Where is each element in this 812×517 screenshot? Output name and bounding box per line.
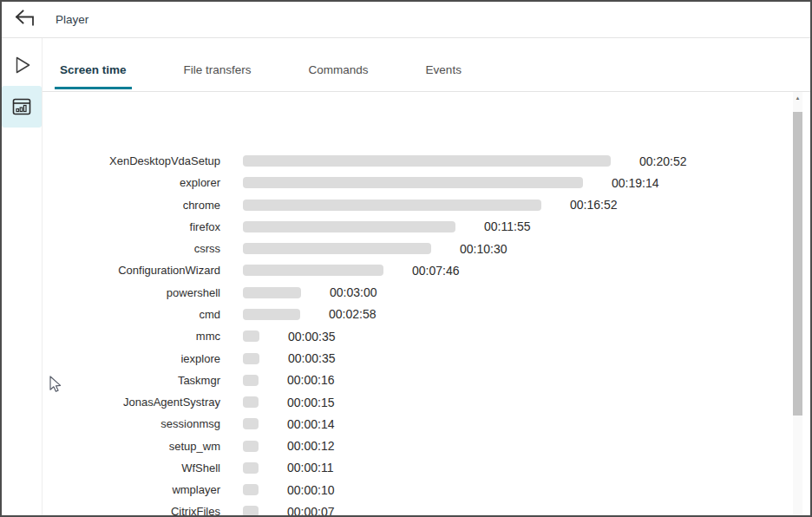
app-name-label: XenDesktopVdaSetup — [43, 154, 220, 167]
vertical-scrollbar[interactable]: ▲ — [793, 92, 802, 515]
screen-time-bar — [243, 243, 431, 254]
screen-time-bar — [243, 462, 259, 474]
duration-label: 00:02:58 — [329, 307, 377, 321]
duration-label: 00:00:07 — [287, 505, 335, 515]
app-name-label: ConfigurationWizard — [43, 264, 220, 277]
app-name-label: sessionmsg — [43, 417, 220, 430]
duration-label: 00:00:15 — [287, 396, 335, 409]
screen-time-row: sessionmsg00:00:14 — [43, 413, 810, 435]
screen-time-row: cmd00:02:58 — [43, 304, 810, 325]
tab-events[interactable]: Events — [421, 62, 467, 91]
scroll-up-icon[interactable]: ▲ — [793, 92, 802, 104]
app-name-label: CitrixFiles — [43, 505, 220, 515]
screen-time-row: wmplayer00:00:10 — [43, 479, 810, 501]
duration-label: 00:00:11 — [287, 461, 333, 474]
duration-label: 00:00:12 — [287, 439, 335, 453]
duration-label: 00:11:55 — [484, 219, 530, 233]
screen-time-row: iexplore00:00:35 — [43, 347, 810, 369]
screen-time-row: firefox00:11:55 — [43, 216, 810, 238]
app-name-label: wmplayer — [43, 483, 220, 496]
app-name-label: cmd — [43, 308, 220, 321]
screen-time-bar — [243, 506, 259, 515]
tab-commands[interactable]: Commands — [304, 62, 374, 91]
top-bar: Player — [2, 2, 810, 38]
duration-label: 00:03:00 — [330, 285, 377, 299]
page-title: Player — [56, 13, 88, 26]
play-icon — [10, 54, 33, 76]
screen-time-row: mmc00:00:35 — [43, 325, 810, 347]
app-name-label: powershell — [43, 286, 220, 299]
screen-time-row: WfShell00:00:11 — [43, 457, 810, 479]
sidebar-item-statistics[interactable] — [2, 86, 42, 128]
scrollbar-thumb[interactable] — [793, 112, 802, 416]
tab-screen-time[interactable]: Screen time — [55, 62, 132, 91]
duration-label: 00:00:35 — [288, 330, 336, 344]
tab-bar: Screen time File transfers Commands Even… — [43, 38, 810, 92]
app-name-label: iexplore — [43, 352, 220, 365]
screen-time-row: csrss00:10:30 — [43, 238, 810, 259]
app-name-label: Taskmgr — [43, 374, 220, 387]
duration-label: 00:20:52 — [639, 154, 687, 168]
app-name-label: WfShell — [43, 461, 220, 474]
duration-label: 00:00:14 — [287, 417, 335, 431]
screen-time-row: ConfigurationWizard00:07:46 — [43, 259, 810, 281]
back-button[interactable] — [10, 6, 40, 34]
main-content: Screen time File transfers Commands Even… — [43, 38, 810, 516]
screen-time-row: Taskmgr00:00:16 — [43, 370, 810, 391]
back-arrow-icon — [14, 10, 36, 30]
app-name-label: explorer — [43, 176, 220, 189]
screen-time-bar — [243, 396, 259, 408]
screen-time-bar — [243, 221, 455, 232]
app-name-label: JonasAgentSystray — [43, 396, 220, 409]
screen-time-row: chrome00:16:52 — [43, 194, 810, 216]
app-name-label: mmc — [43, 330, 220, 343]
screen-time-bar — [243, 418, 259, 429]
screen-time-bar — [243, 200, 541, 211]
app-name-label: chrome — [43, 199, 220, 212]
screen-time-chart: XenDesktopVdaSetup00:20:52explorer00:19:… — [43, 92, 810, 515]
screen-time-bar — [243, 330, 259, 342]
screen-time-bar — [243, 484, 259, 495]
sidebar — [2, 38, 43, 516]
duration-label: 00:19:14 — [612, 176, 659, 190]
app-name-label: setup_wm — [43, 440, 220, 453]
screen-time-bar — [243, 309, 300, 320]
duration-label: 00:00:16 — [287, 373, 335, 387]
app-name-label: csrss — [43, 242, 220, 255]
app-name-label: firefox — [43, 220, 220, 233]
screen-time-bar — [243, 353, 259, 364]
duration-label: 00:16:52 — [570, 198, 618, 212]
sidebar-item-player[interactable] — [2, 44, 42, 86]
duration-label: 00:07:46 — [412, 264, 460, 278]
screen-time-bar — [243, 287, 301, 298]
duration-label: 00:00:10 — [287, 483, 335, 497]
screen-time-row: JonasAgentSystray00:00:15 — [43, 391, 810, 413]
player-window: Player — [2, 2, 810, 516]
screen-time-bar — [243, 375, 259, 386]
duration-label: 00:00:35 — [288, 351, 336, 365]
screen-time-bar — [243, 155, 611, 167]
screen-time-row: explorer00:19:14 — [43, 172, 810, 193]
tab-file-transfers[interactable]: File transfers — [179, 62, 257, 91]
screen-time-bar — [243, 441, 259, 452]
screen-time-row: CitrixFiles00:00:07 — [43, 501, 810, 515]
screen-time-row: powershell00:03:00 — [43, 282, 810, 304]
screen-time-bar — [243, 177, 583, 188]
bar-chart-icon — [10, 96, 33, 117]
duration-label: 00:10:30 — [460, 242, 508, 256]
screen-time-bar — [243, 265, 383, 276]
screen-time-row: XenDesktopVdaSetup00:20:52 — [43, 150, 810, 172]
screen-time-row: setup_wm00:00:12 — [43, 435, 810, 456]
